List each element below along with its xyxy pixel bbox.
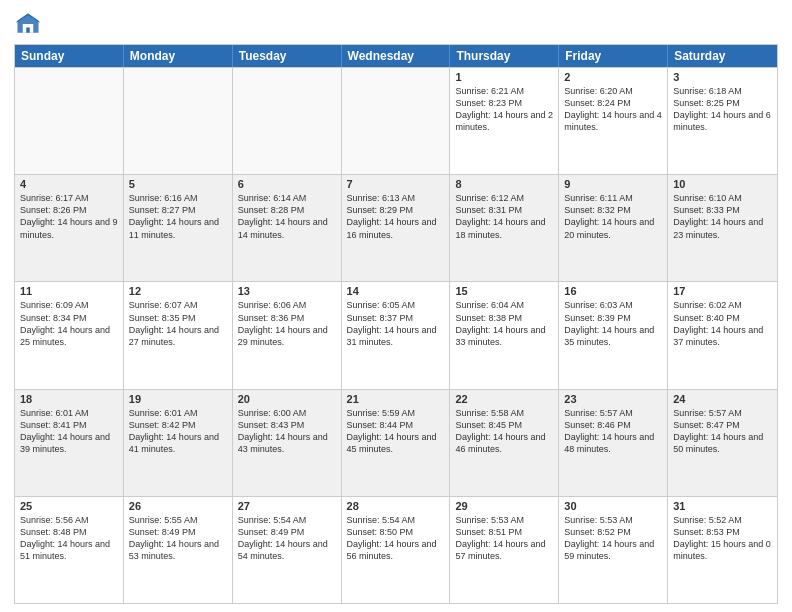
header [14, 10, 778, 38]
page: SundayMondayTuesdayWednesdayThursdayFrid… [0, 0, 792, 612]
day-number: 14 [347, 285, 445, 297]
cell-info: Sunrise: 6:16 AM Sunset: 8:27 PM Dayligh… [129, 192, 227, 241]
day-cell-3: 3Sunrise: 6:18 AM Sunset: 8:25 PM Daylig… [668, 68, 777, 174]
day-cell-6: 6Sunrise: 6:14 AM Sunset: 8:28 PM Daylig… [233, 175, 342, 281]
cell-info: Sunrise: 6:09 AM Sunset: 8:34 PM Dayligh… [20, 299, 118, 348]
cell-info: Sunrise: 6:13 AM Sunset: 8:29 PM Dayligh… [347, 192, 445, 241]
day-number: 6 [238, 178, 336, 190]
cell-info: Sunrise: 6:21 AM Sunset: 8:23 PM Dayligh… [455, 85, 553, 134]
header-day-monday: Monday [124, 45, 233, 67]
day-cell-30: 30Sunrise: 5:53 AM Sunset: 8:52 PM Dayli… [559, 497, 668, 603]
day-number: 28 [347, 500, 445, 512]
day-cell-27: 27Sunrise: 5:54 AM Sunset: 8:49 PM Dayli… [233, 497, 342, 603]
day-cell-16: 16Sunrise: 6:03 AM Sunset: 8:39 PM Dayli… [559, 282, 668, 388]
cell-info: Sunrise: 6:18 AM Sunset: 8:25 PM Dayligh… [673, 85, 772, 134]
day-cell-5: 5Sunrise: 6:16 AM Sunset: 8:27 PM Daylig… [124, 175, 233, 281]
header-day-tuesday: Tuesday [233, 45, 342, 67]
empty-cell [342, 68, 451, 174]
day-number: 16 [564, 285, 662, 297]
day-number: 20 [238, 393, 336, 405]
day-cell-13: 13Sunrise: 6:06 AM Sunset: 8:36 PM Dayli… [233, 282, 342, 388]
cell-info: Sunrise: 6:00 AM Sunset: 8:43 PM Dayligh… [238, 407, 336, 456]
cell-info: Sunrise: 5:55 AM Sunset: 8:49 PM Dayligh… [129, 514, 227, 563]
cell-info: Sunrise: 6:01 AM Sunset: 8:42 PM Dayligh… [129, 407, 227, 456]
day-cell-7: 7Sunrise: 6:13 AM Sunset: 8:29 PM Daylig… [342, 175, 451, 281]
day-number: 24 [673, 393, 772, 405]
header-day-friday: Friday [559, 45, 668, 67]
day-cell-8: 8Sunrise: 6:12 AM Sunset: 8:31 PM Daylig… [450, 175, 559, 281]
empty-cell [15, 68, 124, 174]
cell-info: Sunrise: 5:59 AM Sunset: 8:44 PM Dayligh… [347, 407, 445, 456]
cell-info: Sunrise: 6:06 AM Sunset: 8:36 PM Dayligh… [238, 299, 336, 348]
day-cell-18: 18Sunrise: 6:01 AM Sunset: 8:41 PM Dayli… [15, 390, 124, 496]
day-cell-14: 14Sunrise: 6:05 AM Sunset: 8:37 PM Dayli… [342, 282, 451, 388]
day-number: 4 [20, 178, 118, 190]
day-number: 15 [455, 285, 553, 297]
day-number: 22 [455, 393, 553, 405]
day-cell-1: 1Sunrise: 6:21 AM Sunset: 8:23 PM Daylig… [450, 68, 559, 174]
svg-rect-3 [26, 28, 30, 33]
calendar-body: 1Sunrise: 6:21 AM Sunset: 8:23 PM Daylig… [15, 67, 777, 603]
empty-cell [233, 68, 342, 174]
day-number: 13 [238, 285, 336, 297]
calendar: SundayMondayTuesdayWednesdayThursdayFrid… [14, 44, 778, 604]
day-cell-25: 25Sunrise: 5:56 AM Sunset: 8:48 PM Dayli… [15, 497, 124, 603]
day-number: 19 [129, 393, 227, 405]
day-number: 7 [347, 178, 445, 190]
cell-info: Sunrise: 6:05 AM Sunset: 8:37 PM Dayligh… [347, 299, 445, 348]
logo [14, 10, 46, 38]
day-cell-26: 26Sunrise: 5:55 AM Sunset: 8:49 PM Dayli… [124, 497, 233, 603]
day-cell-20: 20Sunrise: 6:00 AM Sunset: 8:43 PM Dayli… [233, 390, 342, 496]
cell-info: Sunrise: 6:02 AM Sunset: 8:40 PM Dayligh… [673, 299, 772, 348]
day-cell-23: 23Sunrise: 5:57 AM Sunset: 8:46 PM Dayli… [559, 390, 668, 496]
day-number: 11 [20, 285, 118, 297]
cell-info: Sunrise: 6:14 AM Sunset: 8:28 PM Dayligh… [238, 192, 336, 241]
calendar-row-1: 4Sunrise: 6:17 AM Sunset: 8:26 PM Daylig… [15, 174, 777, 281]
empty-cell [124, 68, 233, 174]
day-cell-10: 10Sunrise: 6:10 AM Sunset: 8:33 PM Dayli… [668, 175, 777, 281]
day-cell-21: 21Sunrise: 5:59 AM Sunset: 8:44 PM Dayli… [342, 390, 451, 496]
day-number: 5 [129, 178, 227, 190]
logo-icon [14, 10, 42, 38]
cell-info: Sunrise: 5:52 AM Sunset: 8:53 PM Dayligh… [673, 514, 772, 563]
header-day-sunday: Sunday [15, 45, 124, 67]
header-day-wednesday: Wednesday [342, 45, 451, 67]
calendar-row-0: 1Sunrise: 6:21 AM Sunset: 8:23 PM Daylig… [15, 67, 777, 174]
day-number: 17 [673, 285, 772, 297]
day-number: 29 [455, 500, 553, 512]
day-cell-11: 11Sunrise: 6:09 AM Sunset: 8:34 PM Dayli… [15, 282, 124, 388]
day-number: 18 [20, 393, 118, 405]
cell-info: Sunrise: 5:54 AM Sunset: 8:50 PM Dayligh… [347, 514, 445, 563]
calendar-row-2: 11Sunrise: 6:09 AM Sunset: 8:34 PM Dayli… [15, 281, 777, 388]
header-day-saturday: Saturday [668, 45, 777, 67]
cell-info: Sunrise: 5:56 AM Sunset: 8:48 PM Dayligh… [20, 514, 118, 563]
day-number: 23 [564, 393, 662, 405]
day-cell-31: 31Sunrise: 5:52 AM Sunset: 8:53 PM Dayli… [668, 497, 777, 603]
day-cell-28: 28Sunrise: 5:54 AM Sunset: 8:50 PM Dayli… [342, 497, 451, 603]
day-number: 8 [455, 178, 553, 190]
day-cell-12: 12Sunrise: 6:07 AM Sunset: 8:35 PM Dayli… [124, 282, 233, 388]
calendar-row-4: 25Sunrise: 5:56 AM Sunset: 8:48 PM Dayli… [15, 496, 777, 603]
cell-info: Sunrise: 6:01 AM Sunset: 8:41 PM Dayligh… [20, 407, 118, 456]
day-cell-24: 24Sunrise: 5:57 AM Sunset: 8:47 PM Dayli… [668, 390, 777, 496]
day-number: 30 [564, 500, 662, 512]
day-number: 1 [455, 71, 553, 83]
day-cell-29: 29Sunrise: 5:53 AM Sunset: 8:51 PM Dayli… [450, 497, 559, 603]
day-number: 21 [347, 393, 445, 405]
day-cell-19: 19Sunrise: 6:01 AM Sunset: 8:42 PM Dayli… [124, 390, 233, 496]
day-cell-22: 22Sunrise: 5:58 AM Sunset: 8:45 PM Dayli… [450, 390, 559, 496]
day-number: 25 [20, 500, 118, 512]
cell-info: Sunrise: 6:10 AM Sunset: 8:33 PM Dayligh… [673, 192, 772, 241]
cell-info: Sunrise: 5:57 AM Sunset: 8:46 PM Dayligh… [564, 407, 662, 456]
day-number: 10 [673, 178, 772, 190]
cell-info: Sunrise: 5:57 AM Sunset: 8:47 PM Dayligh… [673, 407, 772, 456]
day-cell-2: 2Sunrise: 6:20 AM Sunset: 8:24 PM Daylig… [559, 68, 668, 174]
day-number: 12 [129, 285, 227, 297]
day-number: 31 [673, 500, 772, 512]
day-number: 27 [238, 500, 336, 512]
day-number: 3 [673, 71, 772, 83]
day-cell-4: 4Sunrise: 6:17 AM Sunset: 8:26 PM Daylig… [15, 175, 124, 281]
cell-info: Sunrise: 6:17 AM Sunset: 8:26 PM Dayligh… [20, 192, 118, 241]
cell-info: Sunrise: 6:12 AM Sunset: 8:31 PM Dayligh… [455, 192, 553, 241]
cell-info: Sunrise: 6:03 AM Sunset: 8:39 PM Dayligh… [564, 299, 662, 348]
